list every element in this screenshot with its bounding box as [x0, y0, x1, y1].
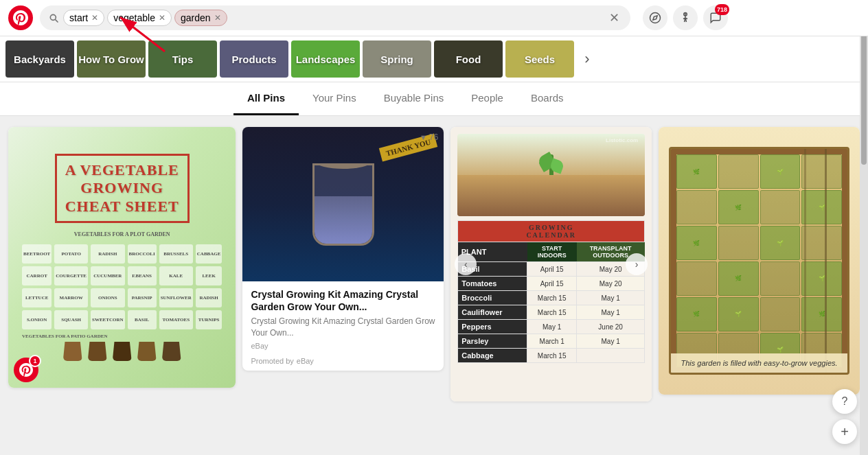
- cell-18: 🌱: [718, 297, 759, 331]
- patio-pots: [22, 342, 222, 361]
- tabs-bar: All Pins Your Pins Buyable Pins People B…: [0, 82, 868, 116]
- tag-start[interactable]: start ✕: [63, 10, 104, 26]
- transplant-broccoli: May 1: [577, 291, 645, 305]
- pin-card-cheat-sheet[interactable]: A VEGETABLEGROWINGCHEAT SHEET Vegetables…: [8, 127, 236, 388]
- tag-garden-label: garden: [181, 12, 211, 23]
- sprout-image: Listotic.com: [457, 134, 645, 216]
- transplant-cauliflower: May 1: [577, 305, 645, 320]
- search-clear-button[interactable]: ✕: [606, 10, 622, 25]
- veg-french-beans: F.BEANS: [128, 266, 157, 285]
- pin-card-crystal[interactable]: THANK YOU ▼ 76 Crystal Growing Kit Amazi…: [242, 127, 444, 371]
- pin-bottom-logo[interactable]: 1: [14, 358, 38, 382]
- pot-3: [113, 342, 132, 361]
- tab-people[interactable]: People: [457, 82, 517, 115]
- tab-all-pins[interactable]: All Pins: [233, 82, 299, 115]
- veg-leek: LEEK: [196, 266, 222, 285]
- promoted-text: Promoted by: [251, 357, 293, 365]
- pin-column-3: Listotic.com GROWINGCALENDAR PLANT START…: [450, 127, 652, 401]
- tag-garden-close[interactable]: ✕: [214, 14, 221, 22]
- fab-help-button[interactable]: ?: [832, 389, 857, 412]
- cell-12: [801, 226, 842, 260]
- cell-1: 🌿: [676, 154, 717, 189]
- pin-column-4: 🌿 🌱 🌿 🌱 🌿 🌱 🌿: [659, 127, 860, 395]
- scrollbar[interactable]: [860, 0, 868, 412]
- category-spring[interactable]: Spring: [363, 40, 431, 78]
- cell-17: 🌿: [676, 297, 717, 331]
- tab-your-pins[interactable]: Your Pins: [299, 82, 370, 115]
- cell-19: [760, 297, 801, 331]
- pin-crystal-title: Crystal Growing Kit Amazing Crystal Gard…: [251, 288, 435, 313]
- garden-grid: 🌿 🌱 🌿 🌱 🌿 🌱 🌿: [676, 154, 843, 367]
- tag-garden[interactable]: garden ✕: [174, 10, 227, 26]
- category-backyards[interactable]: Backyards: [5, 40, 74, 78]
- category-next-arrow[interactable]: ›: [577, 40, 597, 78]
- plant-cabbage: Cabbage: [458, 349, 527, 363]
- category-landscapes[interactable]: Landscapes: [291, 40, 360, 78]
- plant-parsley: Parsley: [458, 334, 527, 349]
- category-how-to-grow[interactable]: How To Grow: [77, 40, 146, 78]
- crystal-jar: [312, 163, 374, 246]
- tab-buyable-pins[interactable]: Buyable Pins: [370, 82, 458, 115]
- vegetables-grid: BEETROOT POTATO RADISH BROCCOLI BRUSSELS…: [22, 244, 222, 329]
- veg-carrot: CARROT: [22, 266, 52, 285]
- cell-2: [718, 154, 759, 189]
- cell-3: 🌱: [760, 154, 801, 189]
- tag-start-close[interactable]: ✕: [91, 14, 98, 22]
- pin-card-calendar[interactable]: Listotic.com GROWINGCALENDAR PLANT START…: [450, 127, 652, 401]
- discover-button[interactable]: [643, 5, 667, 30]
- veg-cabbage: CABBAGE: [196, 244, 222, 264]
- pin-nav-next-3[interactable]: ›: [626, 253, 648, 275]
- pin-nav-prev-3[interactable]: ‹: [455, 253, 477, 275]
- soil: [457, 175, 645, 216]
- stake-1: [825, 149, 827, 373]
- cell-11: 🌱: [760, 226, 801, 260]
- start-tomatoes: April 15: [527, 277, 577, 291]
- category-seeds[interactable]: Seeds: [505, 40, 574, 78]
- category-food[interactable]: Food: [434, 40, 503, 78]
- calendar-row-cauliflower: Cauliflower March 15 May 1: [458, 305, 645, 320]
- veg-spring-onion: S.ONION: [22, 310, 52, 329]
- patio-subtitle: Vegetables for a Patio Garden: [22, 334, 222, 339]
- veg-sunflower: SUNFLOWER: [159, 288, 193, 307]
- header-icons: 718: [643, 5, 728, 30]
- stake-2: [804, 149, 806, 373]
- veg-tomatoes: TOMATOES: [159, 310, 193, 329]
- cell-4: [801, 154, 842, 189]
- veg-sweetcorn: SWEETCORN: [91, 310, 125, 329]
- cell-10: [718, 226, 759, 260]
- tag-start-label: start: [69, 12, 88, 23]
- category-tips[interactable]: Tips: [148, 40, 217, 78]
- veg-squash: SQUASH: [54, 310, 88, 329]
- pin-garden-box-image: 🌿 🌱 🌿 🌱 🌿 🌱 🌿: [659, 127, 860, 395]
- pin-it-button[interactable]: [673, 5, 698, 30]
- transplant-cabbage: [577, 349, 645, 363]
- cell-9: 🌿: [676, 226, 717, 260]
- start-cauliflower: March 15: [527, 305, 577, 320]
- veg-parsnip: PARSNIP: [128, 288, 157, 307]
- veg-radish: RADISH: [91, 244, 125, 264]
- tag-vegetable-close[interactable]: ✕: [159, 14, 165, 22]
- cell-14: 🌿: [718, 261, 759, 296]
- tag-vegetable[interactable]: vegetable ✕: [107, 10, 172, 26]
- svg-point-2: [650, 13, 661, 23]
- calendar-row-cabbage: Cabbage March 15: [458, 349, 645, 363]
- start-basil: April 15: [527, 262, 577, 277]
- cell-13: [676, 261, 717, 296]
- calendar-header: PLANT STARTINDOORS TRANSPLANTOUTDOORS: [458, 242, 645, 262]
- pinterest-logo[interactable]: [8, 5, 33, 30]
- pin-column-1: A VEGETABLEGROWINGCHEAT SHEET Vegetables…: [8, 127, 236, 388]
- calendar-row-basil: Basil April 15 May 20: [458, 262, 645, 277]
- start-peppers: May 1: [527, 320, 577, 334]
- tab-boards[interactable]: Boards: [517, 82, 578, 115]
- veg-turnips: TURNIPS: [196, 310, 222, 329]
- messages-button[interactable]: 718: [703, 5, 728, 30]
- pot-1: [63, 342, 82, 361]
- pin-card-garden-box[interactable]: 🌿 🌱 🌿 🌱 🌿 🌱 🌿: [659, 127, 860, 395]
- scrollbar-thumb[interactable]: [861, 27, 867, 165]
- col-start-header: STARTINDOORS: [527, 242, 577, 262]
- veg-lettuce: LETTUCE: [22, 288, 52, 307]
- category-products[interactable]: Products: [220, 40, 288, 78]
- transplant-tomatoes: May 20: [577, 277, 645, 291]
- category-bar: Backyards How To Grow Tips Products Land…: [0, 36, 868, 82]
- header: start ✕ vegetable ✕ garden ✕ ✕: [0, 0, 868, 36]
